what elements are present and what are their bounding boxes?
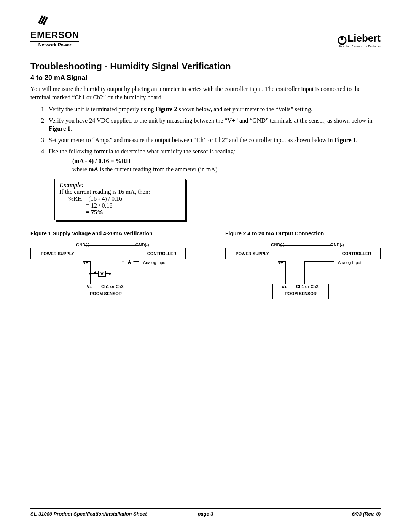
gnd-label: GND(-) — [271, 243, 284, 247]
controller-box: CONTROLLER — [333, 248, 381, 259]
example-calc-1: %RH = (16 - 4) / 0.16 — [68, 195, 180, 202]
step-1: Verify the unit is terminated properly u… — [47, 105, 381, 113]
vplus-label: V+ — [282, 284, 287, 289]
analog-input-label: Analog Input — [143, 260, 167, 265]
figure-2-caption: Figure 2 4 to 20 mA Output Connection — [225, 230, 381, 236]
power-supply-box: POWER SUPPLY — [225, 248, 279, 259]
figures-row: Figure 1 Supply Voltage and 4-20mA Verif… — [30, 230, 381, 301]
vplus-label: V+ — [278, 260, 283, 265]
ammeter-icon: A — [126, 259, 133, 265]
footer-doc-id: SL-31080 Product Specification/Installat… — [30, 511, 147, 517]
example-box: Example: If the current reading is 16 mA… — [54, 179, 186, 220]
liebert-icon — [337, 35, 347, 45]
gnd-label: GND(-) — [76, 243, 89, 247]
figure-2: Figure 2 4 to 20 mA Output Connection PO… — [225, 230, 381, 301]
example-title: Example: — [59, 182, 180, 189]
example-calc-2: = 12 / 0.16 — [86, 202, 180, 209]
junction-dot — [89, 273, 91, 275]
step-2: Verify you have 24 VDC supplied to the u… — [47, 117, 381, 133]
formula: (mA - 4) / 0.16 = %RH — [72, 157, 381, 165]
figure-1-caption: Figure 1 Supply Voltage and 4-20mA Verif… — [30, 230, 186, 236]
plus-label: + — [122, 259, 124, 263]
section-heading: 4 to 20 mA Signal — [30, 74, 381, 82]
minus-label: - — [133, 259, 135, 263]
liebert-tagline: Keeping Business In Business — [337, 45, 381, 48]
svg-rect-4 — [341, 36, 343, 40]
junction-dot — [109, 273, 111, 275]
vplus-label: V+ — [87, 284, 92, 289]
analog-input-label: Analog Input — [338, 260, 362, 265]
emerson-subtext: Network Power — [38, 42, 72, 48]
page-title: Troubleshooting - Humidity Signal Verifi… — [30, 61, 381, 72]
voltmeter-icon: V — [98, 271, 106, 277]
steps-list: Verify the unit is terminated properly u… — [30, 105, 381, 173]
step-3: Set your meter to “Amps” and measure the… — [47, 136, 381, 144]
emerson-wordmark: EMERSON — [30, 30, 79, 42]
formula-note: where mA is the current reading from the… — [72, 165, 381, 174]
intro-paragraph: You will measure the humidity output by … — [30, 85, 381, 101]
ch-label: Ch1 or Ch2 — [101, 284, 124, 289]
figure-1-diagram: POWER SUPPLY CONTROLLER ROOM SENSOR GND(… — [30, 240, 186, 301]
ch-label: Ch1 or Ch2 — [296, 284, 319, 289]
controller-box: CONTROLLER — [138, 248, 186, 259]
example-line: If the current reading is 16 mA, then: — [59, 189, 180, 195]
page-footer: SL-31080 Product Specification/Installat… — [30, 508, 381, 517]
gnd-label: GND(-) — [135, 243, 149, 247]
figure-1: Figure 1 Supply Voltage and 4-20mA Verif… — [30, 230, 186, 301]
liebert-logo: Liebert Keeping Business In Business — [337, 32, 381, 48]
page-header: EMERSON Network Power Liebert Keeping Bu… — [30, 13, 381, 50]
liebert-wordmark: Liebert — [347, 32, 381, 45]
vplus-label: V+ — [83, 260, 88, 265]
emerson-logo: EMERSON Network Power — [30, 13, 79, 48]
example-calc-3: = 75% — [86, 209, 180, 216]
footer-revision: 6/03 (Rev. 0) — [352, 511, 381, 517]
power-supply-box: POWER SUPPLY — [30, 248, 84, 259]
emerson-icon — [34, 13, 51, 28]
gnd-label: GND(-) — [330, 243, 344, 247]
footer-page-number: page 3 — [198, 511, 213, 517]
step-4: Use the following formula to determine w… — [47, 147, 381, 174]
figure-2-diagram: POWER SUPPLY CONTROLLER ROOM SENSOR GND(… — [225, 240, 381, 301]
